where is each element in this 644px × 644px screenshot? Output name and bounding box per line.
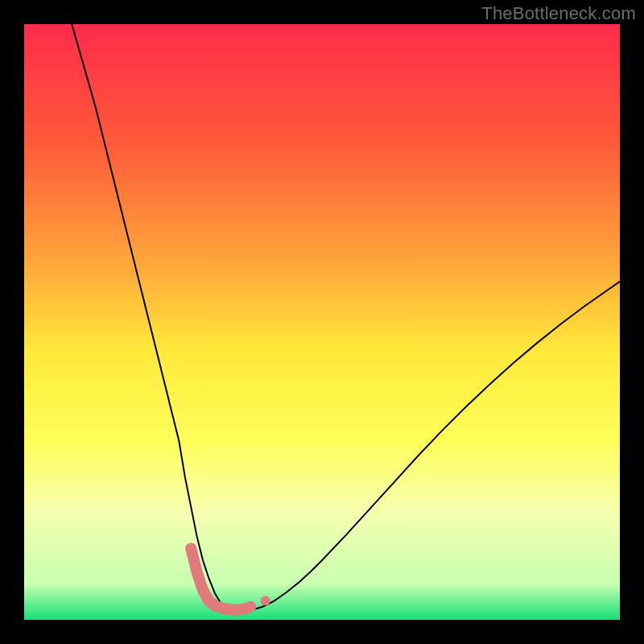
- marker-right: [261, 596, 270, 605]
- watermark-text: TheBottleneck.com: [481, 3, 636, 24]
- marker-layer: [261, 596, 270, 605]
- outer-frame: TheBottleneck.com: [0, 0, 644, 644]
- bottleneck-chart: [24, 24, 620, 620]
- gradient-background: [24, 24, 620, 620]
- chart-area: [24, 24, 620, 620]
